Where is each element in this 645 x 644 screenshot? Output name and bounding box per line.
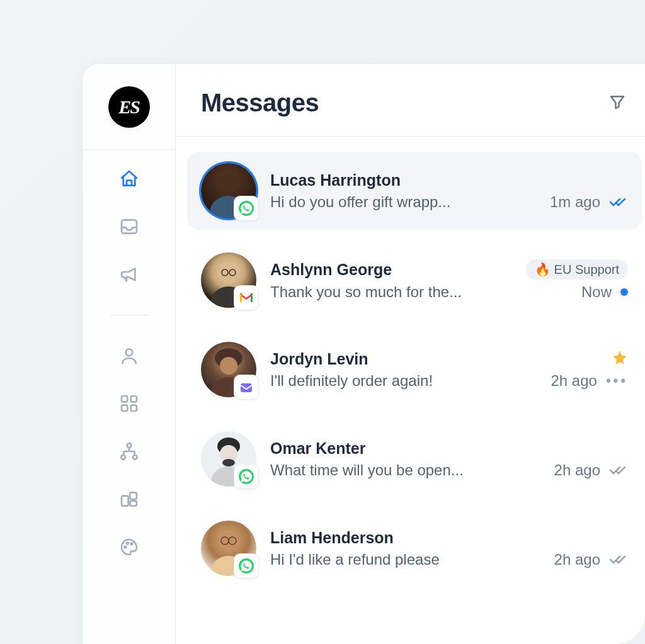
conversation-item[interactable]: Ashlynn George 🔥 EU Support Thank you so… <box>187 241 642 319</box>
read-receipt-icon <box>609 196 628 208</box>
svg-rect-25 <box>241 383 252 392</box>
avatar <box>201 521 256 576</box>
filter-icon <box>608 93 627 111</box>
whatsapp-icon <box>234 464 259 489</box>
page-title: Messages <box>201 89 319 117</box>
conversation-list: Lucas Harrington Hi do you offer gift wr… <box>176 137 645 587</box>
conversation-time: 1m ago <box>550 193 600 211</box>
conversation-item[interactable]: Jordyn Levin I'll definitely order again… <box>187 330 642 409</box>
svg-rect-11 <box>130 501 137 506</box>
svg-rect-4 <box>122 405 127 411</box>
svg-point-12 <box>124 546 126 548</box>
svg-point-23 <box>220 357 237 375</box>
read-receipt-icon <box>609 553 628 566</box>
svg-point-13 <box>127 543 128 545</box>
avatar <box>201 163 256 218</box>
filter-button[interactable] <box>608 93 627 114</box>
main-panel: Messages Lucas Harrington <box>176 64 645 644</box>
hierarchy-icon <box>119 441 139 461</box>
conversation-name: Jordyn Levin <box>270 350 368 368</box>
conversation-preview: Hi I'd like a refund please <box>270 551 440 568</box>
nav-appearance[interactable] <box>118 536 140 558</box>
sidebar: ES <box>83 64 176 644</box>
svg-point-1 <box>125 349 132 356</box>
conversation-preview: Hi do you offer gift wrapp... <box>270 193 450 211</box>
conversation-time: 2h ago <box>554 461 600 479</box>
conversation-time: 2h ago <box>551 372 596 390</box>
conversation-time: Now <box>581 283 612 301</box>
megaphone-icon <box>119 264 139 285</box>
avatar <box>201 342 256 397</box>
more-icon[interactable]: ••• <box>606 373 628 389</box>
conversation-tag: 🔥 EU Support <box>526 259 628 280</box>
conversation-preview: Thank you so much for the... <box>270 283 462 301</box>
front-icon <box>234 375 259 400</box>
conversation-name: Lucas Harrington <box>270 171 401 189</box>
nav-home[interactable] <box>118 167 140 190</box>
user-icon <box>119 346 139 366</box>
nav-blocks[interactable] <box>118 488 140 511</box>
conversation-name: Ashlynn George <box>270 261 392 279</box>
avatar <box>201 431 256 487</box>
svg-rect-5 <box>130 405 136 411</box>
inbox-icon <box>119 217 139 237</box>
nav-campaigns[interactable] <box>118 263 140 286</box>
conversation-preview: What time will you be open... <box>270 461 464 479</box>
svg-point-28 <box>222 459 235 466</box>
unread-indicator <box>620 288 628 296</box>
nav-contacts[interactable] <box>118 344 140 367</box>
blocks-icon <box>119 489 139 509</box>
grid-icon <box>119 393 139 414</box>
svg-rect-2 <box>122 396 127 402</box>
conversation-name: Omar Kenter <box>270 439 365 458</box>
star-icon[interactable] <box>612 349 628 368</box>
svg-rect-9 <box>122 496 128 506</box>
svg-point-14 <box>130 543 132 545</box>
nav-inbox[interactable] <box>118 215 140 238</box>
gmail-icon <box>234 285 259 310</box>
home-icon <box>119 169 139 189</box>
svg-rect-3 <box>130 396 136 402</box>
nav-apps[interactable] <box>118 392 140 415</box>
read-receipt-icon <box>609 464 628 477</box>
svg-rect-10 <box>130 492 137 499</box>
header: Messages <box>176 64 645 137</box>
whatsapp-icon <box>234 196 259 221</box>
conversation-preview: I'll definitely order again! <box>270 372 433 390</box>
conversation-name: Liam Henderson <box>270 529 394 547</box>
svg-point-15 <box>219 173 239 193</box>
app-window: ES <box>82 63 645 644</box>
nav-org[interactable] <box>118 440 140 463</box>
whatsapp-icon <box>234 553 259 579</box>
conversation-item[interactable]: Lucas Harrington Hi do you offer gift wr… <box>187 152 642 230</box>
avatar <box>201 252 256 308</box>
palette-icon <box>119 537 139 557</box>
brand-logo[interactable]: ES <box>108 86 150 128</box>
conversation-item[interactable]: Omar Kenter What time will you be open..… <box>187 420 642 498</box>
conversation-item[interactable]: Liam Henderson Hi I'd like a refund plea… <box>187 509 642 587</box>
conversation-time: 2h ago <box>554 551 600 568</box>
fire-icon: 🔥 <box>535 262 551 277</box>
